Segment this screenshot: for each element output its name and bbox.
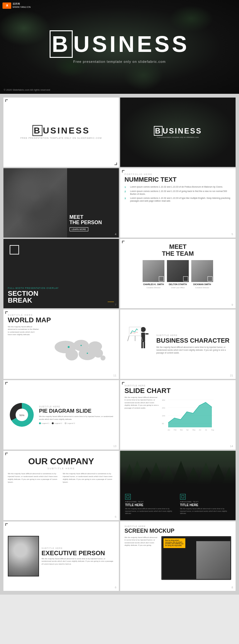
svg-text:Jul: Jul <box>205 429 207 431</box>
team-members-group: CHARLES K. SMITH Creative Director DELTO… <box>124 260 231 289</box>
person-silhouette <box>26 190 45 215</box>
slide-pie-diagram[interactable]: 50% SUBTITLE HERE PIE DIAGRAM SLIDE We t… <box>3 380 119 450</box>
slide-business-character[interactable]: SUBTITLE HERE BUSINESS CHARACTER We the … <box>120 309 236 379</box>
member-name-1: CHARLES K. SMITH <box>143 283 164 285</box>
corner-br <box>115 163 117 165</box>
svg-text:Feb: Feb <box>174 429 177 431</box>
pie-title: PIE DIAGRAM SLIDE <box>39 408 115 414</box>
chart-subtitle: SUBTITLE HERE <box>124 385 231 387</box>
svg-point-9 <box>100 355 105 360</box>
svg-rect-17 <box>141 342 143 348</box>
slide-section-break[interactable]: FULL-WIDTH PRESENTATION OVERLAY SECTION … <box>3 239 119 308</box>
slide-business-dark[interactable]: BUSINESS Free presentation template only… <box>120 98 236 167</box>
slide-world-map[interactable]: SUBTITLE HERE WORLD MAP We the majority … <box>3 309 119 379</box>
forest-overlay <box>120 466 236 489</box>
svg-rect-18 <box>144 342 145 348</box>
corner-tl <box>5 99 8 102</box>
hero-subtitle: Free presentation template only on slide… <box>50 60 189 63</box>
slide-dark-forest[interactable]: AWESOME TEXT TITLE HERE We the majority … <box>120 451 236 520</box>
svg-text:May: May <box>193 429 196 431</box>
awesome-box-2: AWESOME TEXT TITLE HERE We the majority … <box>178 492 232 517</box>
pie-desc: We the majority faced difficult abnormal… <box>39 415 115 420</box>
slide-number-7: 7 <box>115 303 116 306</box>
svg-text:150: 150 <box>162 415 165 417</box>
svg-text:Mar: Mar <box>180 429 183 431</box>
biz-char-illustration <box>124 325 153 363</box>
world-map-desc: We the majority faced difficult abnormal… <box>8 325 39 375</box>
svg-text:50: 50 <box>162 423 164 425</box>
hero-title-block: BUSINESS Free presentation template only… <box>50 30 189 63</box>
slide-row-7: SUBTITLE HERE EXECUTIVE PERSON We the ma… <box>2 521 237 591</box>
slide-screen-mockup[interactable]: SUBTITLE HERE SCREEN MOCKUP We the major… <box>120 521 236 591</box>
team-member-3: DICKMAN SMITH Creative Director <box>191 260 213 289</box>
exec-subtitle: SUBTITLE HERE <box>41 547 115 549</box>
section-break-line <box>108 302 114 302</box>
pie-chart-area: 50% <box>8 401 36 429</box>
corner-tl-exec <box>5 523 8 526</box>
hero-section: 溪 溪界网 WWW.YANJ.CN BUSINESS Free presenta… <box>0 0 239 94</box>
svg-text:Jan: Jan <box>168 429 170 431</box>
corner-tl-chart <box>122 382 124 385</box>
slide-executive-person[interactable]: SUBTITLE HERE EXECUTIVE PERSON We the ma… <box>3 521 119 591</box>
our-company-columns: We the majority have difficult abnormal … <box>8 472 115 484</box>
svg-point-10 <box>68 346 70 348</box>
awesome-box-1-title: TITLE HERE <box>125 503 176 507</box>
watermark: 溪 溪界网 WWW.YANJ.CN <box>2 3 31 9</box>
member-role-2: Chief Law Office <box>171 287 185 289</box>
forest-background <box>120 451 236 489</box>
member-name-3: DICKMAN SMITH <box>193 283 211 285</box>
slide-nummeric-text[interactable]: PORTFOLIO HERE NUMMERIC TEXT 1 Lorem ips… <box>120 168 236 238</box>
chart-desc: We the majority faced difficult abnormal… <box>124 396 159 445</box>
watermark-icon: 溪 <box>2 3 11 9</box>
slide-meet-team[interactable]: MEET THE TEAM CHARLES K. SMITH Creative … <box>120 239 236 308</box>
aw-icon-2 <box>180 494 186 500</box>
executive-image <box>8 536 39 576</box>
biz-char-desc: We the majority faced difficult abnormal… <box>156 346 231 354</box>
slide2-boxed-letter: B <box>154 126 163 136</box>
corner-tl-pie <box>5 382 8 385</box>
biz-char-subtitle: SUBTITLE HERE <box>156 334 231 336</box>
member-photo-1 <box>143 260 164 282</box>
svg-rect-16 <box>145 333 149 335</box>
legend-dot-2 <box>52 422 54 424</box>
pie-text-block: SUBTITLE HERE PIE DIAGRAM SLIDE We the m… <box>39 405 115 424</box>
awesome-box-1: AWESOME TEXT TITLE HERE We the majority … <box>123 492 178 517</box>
svg-point-12 <box>87 353 88 354</box>
screen-visual: Start by doing what's necessary, then do… <box>161 536 231 580</box>
box-icon-1 <box>126 495 129 498</box>
svg-point-1 <box>28 203 42 215</box>
svg-text:50%: 50% <box>19 414 24 417</box>
legend-dot-3 <box>65 422 66 424</box>
slide-number-13: 13 <box>113 445 116 448</box>
slide-meet-person[interactable]: MEET THE PERSON LEARN MORE 4 <box>3 168 119 238</box>
slide-our-company[interactable]: OUR COMPANY SUBTITLE HERE We the majorit… <box>3 451 119 520</box>
slide-row-2: MEET THE PERSON LEARN MORE 4 PORTFOLIO H… <box>2 168 237 238</box>
slide-number-4: 4 <box>115 233 116 236</box>
box-icon-2 <box>181 495 184 498</box>
photo-frame-2 <box>183 276 188 281</box>
meet-team-title: MEET THE TEAM <box>124 243 231 257</box>
slide-row-1: BUSINESS FREE PRESENTATION TEMPLATE ONLY… <box>2 98 237 167</box>
world-map-visual <box>41 325 115 375</box>
slide-row-4: SUBTITLE HERE WORLD MAP We the majority … <box>2 309 237 379</box>
slide-chart[interactable]: SUBTITLE HERE SLIDE CHART We the majorit… <box>120 380 236 450</box>
legend-item-3: Legend 3 <box>65 422 75 424</box>
awesome-boxes: AWESOME TEXT TITLE HERE We the majority … <box>120 489 236 520</box>
biz-char-text: SUBTITLE HERE BUSINESS CHARACTER We the … <box>156 334 231 354</box>
member-photo-3 <box>191 260 213 282</box>
num-item-1: 1 Lorem ipsum comes sections 1.10.32 and… <box>124 185 231 189</box>
slides-container: BUSINESS FREE PRESENTATION TEMPLATE ONLY… <box>0 94 239 595</box>
slide2-subtitle: Free presentation template only on slide… <box>157 136 199 138</box>
slide-business-white[interactable]: BUSINESS FREE PRESENTATION TEMPLATE ONLY… <box>3 98 119 167</box>
learn-more-button[interactable]: LEARN MORE <box>70 227 88 231</box>
team-member-1: CHARLES K. SMITH Creative Director <box>143 260 164 289</box>
meet-person-text: MEET THE PERSON LEARN MORE <box>67 211 119 238</box>
hero-footer: © 2020 Slidefabric.com All rights reserv… <box>4 88 50 91</box>
our-company-col2: We the majority have difficult abnormal … <box>63 472 115 484</box>
svg-rect-14 <box>141 333 145 342</box>
legend-item-1: Legend 1 <box>39 422 49 424</box>
slide-number-5: 5 <box>232 233 233 236</box>
our-company-title: OUR COMPANY <box>28 457 94 466</box>
screen-subtitle: SUBTITLE HERE <box>124 525 231 527</box>
corner-tl-num <box>122 170 124 173</box>
